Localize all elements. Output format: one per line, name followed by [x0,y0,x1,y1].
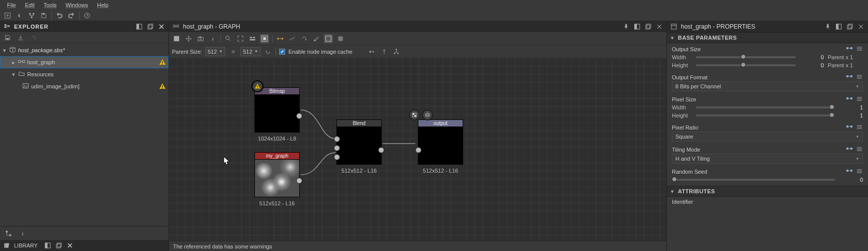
info-toggle-icon[interactable]: i [208,34,217,43]
param-menu-icon[interactable] [856,45,863,53]
chevron-down-icon[interactable]: ▾ [11,71,16,78]
align-icon[interactable] [248,34,257,43]
save-file-icon[interactable] [3,33,12,42]
dock-icon[interactable] [835,23,843,31]
expose-param-icon[interactable] [846,45,853,53]
menu-windows[interactable]: Windows [61,0,92,10]
param-menu-icon[interactable] [856,123,863,132]
output-width-value[interactable]: 0 [800,54,824,60]
node-mygraph[interactable]: my_graph 512x512 - L16 [254,152,300,206]
menu-file[interactable]: File [3,0,20,10]
close-icon[interactable] [655,23,663,31]
image-cache-checkbox[interactable]: Enable node image cache [279,49,352,55]
graph-canvas[interactable]: Bitmap 1024x1024 - L8 my_graph 512x512 -… [169,58,666,241]
input-port[interactable] [334,154,340,160]
hierarchy-icon[interactable] [4,229,13,238]
settings-icon[interactable] [312,34,321,43]
param-menu-icon[interactable] [856,73,863,81]
popout-icon[interactable] [644,23,652,31]
camera-icon[interactable] [196,34,205,43]
chevron-right-icon[interactable]: ▸ [11,59,16,66]
tiling-mode-select[interactable]: H and V Tiling▼ [672,154,863,164]
output-height-slider[interactable] [696,64,796,66]
close-icon[interactable] [857,23,865,31]
refresh-icon[interactable] [29,33,38,42]
pixel-height-value[interactable]: 1 [839,112,863,118]
dock-icon[interactable] [633,23,641,31]
save-icon[interactable] [39,11,48,20]
close-icon[interactable] [66,241,74,249]
output-height-value[interactable]: 0 [800,62,824,68]
snap-icon[interactable] [336,34,345,43]
highlight-icon[interactable] [260,34,269,43]
pixel-width-slider[interactable] [696,106,835,108]
info-icon[interactable]: i [18,229,27,238]
svg-rect-9 [148,25,152,29]
output-width-slider[interactable] [696,56,796,58]
flow-out-icon[interactable] [380,47,389,56]
close-icon[interactable] [157,23,165,31]
pixel-height-slider[interactable] [696,114,835,116]
size-dropdown[interactable]: 512▼ [240,47,261,56]
resources-row[interactable]: ▾ Resources [0,68,168,80]
flow-in-icon[interactable] [368,47,377,56]
param-menu-icon[interactable] [856,146,863,154]
random-seed-slider[interactable] [672,179,835,181]
param-menu-icon[interactable] [856,95,863,103]
grid-toggle-icon[interactable] [324,34,333,43]
input-port[interactable] [415,147,421,153]
chevron-down-icon[interactable]: ▾ [2,47,7,54]
popout-icon[interactable] [55,241,63,249]
param-menu-icon[interactable] [856,168,863,176]
link-size-icon[interactable] [228,47,237,56]
pin-icon[interactable] [824,23,832,31]
move-icon[interactable] [184,34,193,43]
undo-icon[interactable] [55,11,64,20]
output-port[interactable] [296,178,302,184]
expose-param-icon[interactable] [846,73,853,81]
reroute-icon[interactable] [288,34,297,43]
resource-row[interactable]: udim_image_[udim] [0,80,168,92]
pixel-ratio-select[interactable]: Square▼ [672,132,863,142]
expose-param-icon[interactable] [846,95,853,103]
parent-size-dropdown[interactable]: 512▼ [205,47,225,56]
expose-param-icon[interactable] [846,168,853,176]
dock-icon[interactable] [44,241,52,249]
node-output[interactable]: output 512x512 - L16 [418,119,463,174]
input-port[interactable] [334,136,340,142]
popout-icon[interactable] [846,23,854,31]
help-icon[interactable]: ? [82,11,92,20]
attributes-section[interactable]: ▾ ATTRIBUTES [667,186,868,197]
base-parameters-section[interactable]: ▾ BASE PARAMETERS [667,32,868,43]
connector-icon[interactable] [276,34,285,43]
refresh-graph-icon[interactable] [300,34,309,43]
pin-icon[interactable] [622,23,630,31]
menu-tools[interactable]: Tools [40,0,61,10]
node-blend[interactable]: Blend 512x512 - L16 [336,119,382,174]
pixel-width-value[interactable]: 1 [839,104,863,110]
zoom-icon[interactable] [224,34,233,43]
menu-help[interactable]: Help [93,0,113,10]
fit-icon[interactable] [236,34,245,43]
popout-icon[interactable] [146,23,154,31]
expose-param-icon[interactable] [846,146,853,154]
node-tree-icon[interactable] [27,11,36,20]
export-icon[interactable] [16,33,25,42]
new-material-icon[interactable] [3,11,12,20]
package-row[interactable]: ▾ host_package.sbs* [0,44,168,56]
menu-edit[interactable]: Edit [21,0,39,10]
output-port[interactable] [296,113,302,119]
random-seed-value[interactable]: 0 [839,177,863,183]
expose-param-icon[interactable] [846,123,853,132]
output-format-select[interactable]: 8 Bits per Channel▼ [672,81,863,91]
hierarchy-view-icon[interactable] [392,47,401,56]
reset-size-icon[interactable] [264,47,273,56]
input-port[interactable] [334,145,340,151]
link-icon[interactable] [15,11,24,20]
redo-icon[interactable] [67,11,76,20]
node-bitmap[interactable]: Bitmap 1024x1024 - L8 [254,87,300,142]
graph-row[interactable]: ▸ host_graph [0,56,168,68]
dock-icon[interactable] [135,23,143,31]
output-port[interactable] [378,147,384,153]
select-all-icon[interactable] [172,34,181,43]
